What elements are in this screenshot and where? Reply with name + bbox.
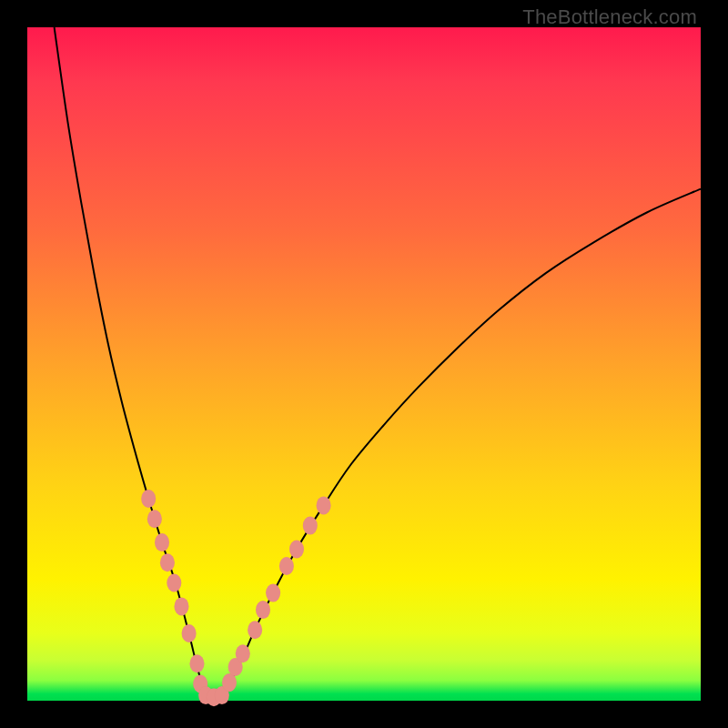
watermark-text: TheBottleneck.com	[522, 5, 697, 29]
curve-marker	[160, 553, 175, 571]
curve-marker	[317, 496, 331, 514]
curve-markers	[141, 490, 330, 706]
curve-marker	[236, 644, 250, 662]
curve-marker	[279, 557, 294, 575]
chart-frame: TheBottleneck.com	[0, 0, 728, 728]
curve-marker	[155, 533, 169, 551]
curve-marker	[167, 574, 181, 592]
plot-area	[27, 27, 701, 701]
curve-marker	[141, 490, 156, 508]
bottleneck-curve-svg	[27, 27, 701, 701]
curve-marker	[303, 517, 318, 535]
curve-marker	[189, 654, 204, 672]
curve-marker	[256, 601, 270, 619]
curve-marker	[174, 597, 188, 615]
curve-marker	[266, 584, 280, 602]
curve-marker	[289, 541, 304, 559]
curve-marker	[182, 624, 197, 642]
curve-marker	[147, 510, 162, 528]
curve-right-arm	[219, 189, 701, 701]
curve-marker	[248, 621, 262, 639]
